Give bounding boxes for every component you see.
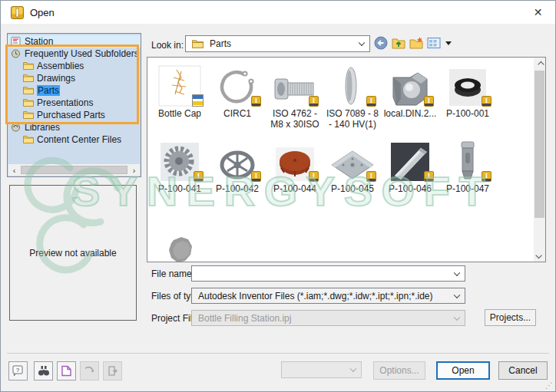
files-of-type-dropdown[interactable]: Autodesk Inventor Files (*.iam;*.dwg;*.i… xyxy=(191,288,465,304)
tree-horizontal-scrollbar[interactable]: ‹ › xyxy=(8,164,140,176)
open-button[interactable]: Open xyxy=(436,361,490,380)
shortcut-button xyxy=(80,361,99,380)
folder-icon xyxy=(23,74,34,83)
document-icon xyxy=(61,365,72,377)
file-item[interactable]: I local.DIN.2... xyxy=(382,62,439,119)
close-icon[interactable]: ✕ xyxy=(521,1,555,24)
chevron-down-icon xyxy=(454,292,460,298)
workspace-icon xyxy=(11,37,22,46)
libraries-icon xyxy=(11,123,22,132)
folder-icon xyxy=(23,110,34,120)
tree-item-content-center-files[interactable]: Content Center Files xyxy=(8,133,141,146)
file-item[interactable]: I P-100-041 xyxy=(151,137,208,194)
resize-grip[interactable]: ⋰ xyxy=(545,382,553,390)
file-list-scrollbar[interactable] xyxy=(534,58,545,262)
file-item-label: P-100-047 xyxy=(439,183,496,194)
tree-item-presentations[interactable]: Presentations xyxy=(8,97,141,109)
file-thumbnail: I xyxy=(151,137,208,182)
up-one-level-icon[interactable] xyxy=(392,36,405,50)
file-item[interactable]: I P-100-046 xyxy=(382,137,439,194)
file-item-label: P-100-041 xyxy=(151,183,208,194)
scroll-right-icon[interactable]: › xyxy=(128,164,140,176)
titlebar: Open ✕ xyxy=(1,1,555,24)
file-item[interactable]: Bottle Cap xyxy=(151,62,208,119)
help-button[interactable]: ? xyxy=(8,361,28,380)
cancel-button[interactable]: Cancel xyxy=(498,361,548,380)
file-thumbnail: I xyxy=(439,137,496,182)
file-item[interactable]: I ISO 7089 - 8 - 140 HV(1) xyxy=(324,62,381,130)
projects-button[interactable]: Projects... xyxy=(485,309,536,326)
footer-separator xyxy=(7,353,549,354)
tree-item-station[interactable]: Station xyxy=(8,35,141,48)
ipt-badge-icon: I xyxy=(366,96,376,109)
new-document-button[interactable] xyxy=(57,361,76,380)
file-item[interactable]: I CIRC1 xyxy=(209,62,266,119)
project-file-dropdown: Bottle Filling Station.ipj xyxy=(191,310,465,326)
file-item-label: P-100-045 xyxy=(324,183,381,194)
look-in-dropdown[interactable]: Parts xyxy=(185,35,370,52)
file-thumbnail: I xyxy=(382,137,439,182)
exit-door-icon xyxy=(107,365,118,377)
chevron-down-icon xyxy=(350,366,356,372)
file-item-partial[interactable] xyxy=(151,229,208,262)
tree-item-assemblies[interactable]: Assemblies xyxy=(8,60,141,72)
file-item-label: ISO 7089 - 8 - 140 HV(1) xyxy=(324,108,381,130)
folder-icon xyxy=(23,98,34,107)
file-name-input[interactable] xyxy=(191,265,465,282)
tree-item-libraries[interactable]: Libraries xyxy=(8,121,141,133)
scroll-up-icon[interactable] xyxy=(534,58,545,70)
dialog-title: Open xyxy=(30,7,55,18)
ipt-badge-icon: I xyxy=(482,96,491,109)
scrollbar-thumb[interactable] xyxy=(21,166,127,174)
file-thumbnail: I xyxy=(209,62,266,107)
preview-message: Preview not available xyxy=(29,248,116,259)
ipt-badge-icon: I xyxy=(251,171,261,184)
back-icon[interactable] xyxy=(374,36,388,50)
preview-panel: Preview not available xyxy=(9,185,137,321)
ipt-badge-icon: I xyxy=(424,171,434,184)
file-item[interactable]: I ISO 4762 - M8 x 30ISO xyxy=(266,62,323,130)
file-thumbnail: I xyxy=(324,62,381,107)
find-button[interactable] xyxy=(34,361,53,380)
ipt-badge-icon: I xyxy=(309,96,319,109)
look-in-label: Look in: xyxy=(151,40,184,51)
file-thumbnail: I xyxy=(209,137,266,182)
help-icon: ? xyxy=(12,365,24,377)
file-item-label: P-100-042 xyxy=(209,183,266,194)
file-item-label: local.DIN.2... xyxy=(382,108,439,119)
tree-item-purchased-parts[interactable]: Purchased Parts xyxy=(8,109,141,121)
tree-item-frequently-used[interactable]: Frequently Used Subfolders xyxy=(8,48,141,60)
curved-arrow-icon xyxy=(84,365,95,377)
scrollbar-thumb[interactable] xyxy=(534,71,544,218)
open-options-dropdown xyxy=(281,361,362,378)
new-folder-icon[interactable] xyxy=(409,36,423,50)
design-assistant-button xyxy=(103,361,122,380)
file-item[interactable]: I P-100-045 xyxy=(324,137,381,194)
options-button: Options... xyxy=(373,361,425,380)
binoculars-icon xyxy=(38,365,50,377)
ipt-badge-icon: I xyxy=(366,171,376,184)
file-item-label: P-100-001 xyxy=(439,108,496,119)
ipt-badge-icon: I xyxy=(251,96,261,109)
file-item-label: Bottle Cap xyxy=(151,108,208,119)
scroll-left-icon[interactable]: ‹ xyxy=(8,164,20,176)
file-list: Bottle Cap I CIRC1 xyxy=(147,57,546,262)
scroll-down-icon[interactable] xyxy=(534,249,545,261)
view-menu-caret-icon[interactable] xyxy=(445,41,452,45)
ipt-badge-icon: I xyxy=(194,171,204,184)
dwg-badge-icon xyxy=(192,94,204,109)
file-item[interactable]: I P-100-042 xyxy=(209,137,266,194)
file-item[interactable]: I P-100-044 xyxy=(266,137,323,194)
frequent-folders-icon xyxy=(11,49,22,58)
tree-item-parts-label: Parts xyxy=(37,85,60,96)
file-item[interactable]: I P-100-047 xyxy=(439,137,496,194)
file-thumbnail: I xyxy=(266,137,323,182)
tree-item-drawings[interactable]: Drawings xyxy=(8,72,141,84)
file-item[interactable]: I P-100-001 xyxy=(439,62,496,119)
view-menu-icon[interactable] xyxy=(427,36,441,50)
file-item-label: P-100-046 xyxy=(382,183,439,194)
chevron-down-icon xyxy=(454,314,460,320)
tree-item-parts[interactable]: Parts xyxy=(8,84,141,97)
svg-text:?: ? xyxy=(16,367,20,374)
file-item-label: CIRC1 xyxy=(209,108,266,119)
